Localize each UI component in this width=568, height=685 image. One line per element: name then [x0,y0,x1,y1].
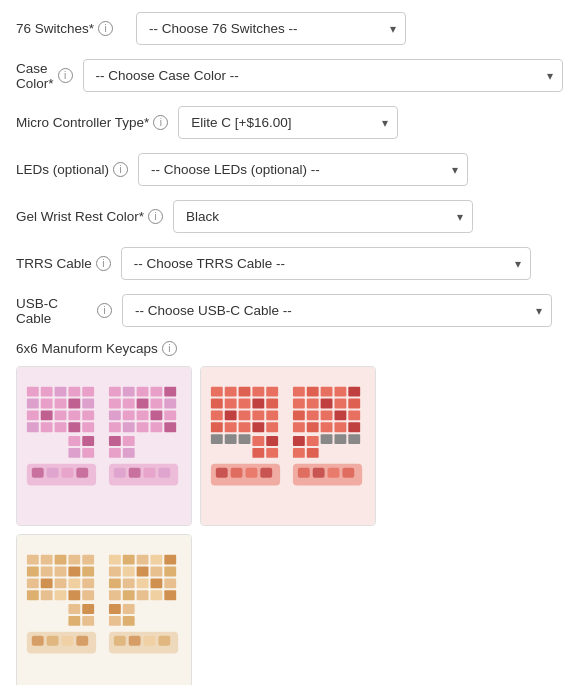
keycap-item-3[interactable] [16,534,192,685]
svg-rect-80 [252,436,264,446]
keycaps-info-icon[interactable]: i [162,341,177,356]
svg-rect-114 [293,448,305,458]
usb-c-cable-select-wrapper: -- Choose USB-C Cable -- ▾ [122,294,552,327]
leds-info-icon[interactable]: i [113,162,128,177]
svg-rect-173 [164,590,176,600]
svg-rect-170 [123,590,135,600]
svg-rect-150 [32,636,44,646]
svg-rect-39 [164,399,176,409]
svg-rect-130 [27,567,39,577]
svg-rect-111 [348,422,360,432]
svg-rect-161 [137,567,149,577]
svg-rect-3 [55,387,67,397]
case-color-info-icon[interactable]: i [58,68,73,83]
leds-label-area: LEDs (optional) i [16,162,128,177]
svg-rect-32 [137,387,149,397]
svg-rect-93 [307,387,319,397]
svg-rect-87 [245,468,257,478]
case-color-label-area: Case Color* i [16,61,73,91]
keycap-item-1[interactable] [16,366,192,526]
gel-wrist-rest-row: Gel Wrist Rest Color* i Black ▾ [16,200,552,233]
svg-rect-62 [239,387,251,397]
case-color-select[interactable]: -- Choose Case Color -- [83,59,563,92]
svg-rect-52 [109,448,121,458]
svg-rect-152 [61,636,73,646]
usb-c-cable-info-icon[interactable]: i [97,303,112,318]
micro-controller-row: Micro Controller Type* i Elite C [+$16.0… [16,106,552,139]
svg-rect-181 [144,636,156,646]
svg-rect-17 [41,422,53,432]
svg-rect-83 [266,448,278,458]
svg-rect-15 [82,410,94,420]
micro-controller-label-area: Micro Controller Type* i [16,115,168,130]
svg-rect-172 [150,590,162,600]
svg-rect-42 [137,410,149,420]
svg-rect-98 [307,399,319,409]
micro-controller-select[interactable]: Elite C [+$16.00] [178,106,398,139]
usb-c-cable-row: USB-C Cable i -- Choose USB-C Cable -- ▾ [16,294,552,327]
svg-rect-69 [266,399,278,409]
keycap-item-2[interactable] [200,366,376,526]
svg-rect-122 [328,468,340,478]
usb-c-cable-label-area: USB-C Cable i [16,296,112,326]
svg-rect-157 [150,555,162,565]
svg-rect-138 [68,578,80,588]
trrs-cable-select[interactable]: -- Choose TRRS Cable -- [121,247,531,280]
svg-rect-125 [27,555,39,565]
svg-rect-43 [150,410,162,420]
svg-rect-13 [55,410,67,420]
svg-rect-14 [68,410,80,420]
svg-rect-158 [164,555,176,565]
svg-rect-165 [123,578,135,588]
svg-rect-7 [41,399,53,409]
svg-rect-29 [76,468,88,478]
case-color-label: Case Color* [16,61,54,91]
svg-rect-2 [41,387,53,397]
svg-rect-115 [307,448,319,458]
svg-rect-106 [348,410,360,420]
trrs-cable-info-icon[interactable]: i [96,256,111,271]
svg-rect-151 [47,636,59,646]
svg-rect-107 [293,422,305,432]
svg-rect-177 [123,616,135,626]
svg-rect-53 [123,448,135,458]
svg-rect-162 [150,567,162,577]
svg-rect-110 [334,422,346,432]
leds-select[interactable]: -- Choose LEDs (optional) -- [138,153,468,186]
svg-rect-163 [164,567,176,577]
gel-wrist-rest-select[interactable]: Black [173,200,473,233]
svg-rect-70 [211,410,223,420]
switches-info-icon[interactable]: i [98,21,113,36]
svg-rect-180 [129,636,141,646]
gel-wrist-rest-info-icon[interactable]: i [148,209,163,224]
svg-rect-50 [109,436,121,446]
svg-rect-71 [225,410,237,420]
svg-rect-57 [144,468,156,478]
svg-rect-79 [266,422,278,432]
svg-rect-28 [61,468,73,478]
svg-rect-46 [123,422,135,432]
svg-rect-37 [137,399,149,409]
svg-rect-85 [216,468,228,478]
svg-rect-104 [321,410,333,420]
svg-rect-121 [313,468,325,478]
svg-rect-154 [109,555,121,565]
svg-rect-90 [225,434,237,444]
svg-rect-175 [123,604,135,614]
svg-rect-34 [164,387,176,397]
svg-rect-63 [252,387,264,397]
switches-label-area: 76 Switches* i [16,21,136,36]
svg-rect-94 [321,387,333,397]
svg-rect-19 [68,422,80,432]
trrs-cable-label: TRRS Cable [16,256,92,271]
usb-c-cable-select[interactable]: -- Choose USB-C Cable -- [122,294,552,327]
switches-select[interactable]: -- Choose 76 Switches -- [136,12,406,45]
switches-label: 76 Switches* [16,21,94,36]
svg-rect-38 [150,399,162,409]
svg-rect-56 [129,468,141,478]
case-color-row: Case Color* i -- Choose Case Color -- ▾ [16,59,552,92]
svg-rect-147 [68,616,80,626]
svg-rect-113 [307,436,319,446]
micro-controller-info-icon[interactable]: i [153,115,168,130]
svg-rect-40 [109,410,121,420]
